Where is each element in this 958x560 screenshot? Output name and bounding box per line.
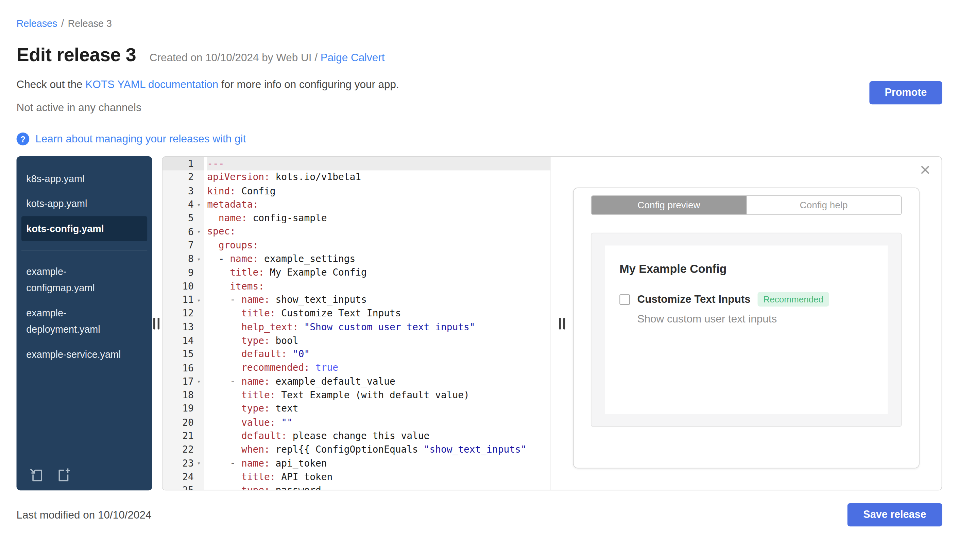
file-item-example-service-yaml[interactable]: example-service.yaml (17, 342, 152, 367)
tab-config-help[interactable]: Config help (746, 196, 901, 214)
editor-gutter: 1234▾56▾78▾91011▾121314151617▾1819202122… (162, 157, 204, 490)
docs-prefix: Check out the (17, 78, 86, 90)
file-item-example-configmap-yaml[interactable]: example-configmap.yaml (17, 259, 152, 301)
code-line-1[interactable]: --- (207, 157, 550, 171)
gutter-line: 23▾ (162, 456, 204, 470)
gutter-line: 8▾ (162, 252, 204, 266)
config-item-help-text: Show custom user text inputs (637, 313, 873, 326)
created-text: Created on 10/10/2024 by Web UI / (149, 51, 320, 63)
gutter-line: 19 (162, 402, 204, 416)
config-group-title: My Example Config (619, 263, 873, 276)
code-line-8[interactable]: - name: example_settings (207, 252, 550, 266)
yaml-code-editor[interactable]: 1234▾56▾78▾91011▾121314151617▾1819202122… (162, 157, 550, 490)
new-file-icon[interactable] (56, 467, 72, 483)
fold-icon[interactable]: ▾ (194, 201, 204, 208)
gutter-line: 14 (162, 334, 204, 348)
code-line-3[interactable]: kind: Config (207, 184, 550, 198)
gutter-line: 13 (162, 320, 204, 334)
tab-config-preview[interactable]: Config preview (592, 196, 747, 214)
code-line-9[interactable]: title: My Example Config (207, 266, 550, 279)
breadcrumb-current: Release 3 (68, 18, 112, 29)
code-line-24[interactable]: title: API token (207, 470, 550, 484)
code-line-17[interactable]: - name: example_default_value (207, 375, 550, 388)
page-title: Edit release 3 (17, 44, 136, 66)
gutter-line: 1 (162, 157, 204, 171)
file-item-kots-config-yaml[interactable]: kots-config.yaml (21, 216, 147, 241)
fold-icon[interactable]: ▾ (194, 378, 204, 385)
promote-button[interactable]: Promote (869, 81, 942, 104)
code-line-20[interactable]: value: "" (207, 416, 550, 429)
code-line-13[interactable]: help_text: "Show custom user text inputs… (207, 320, 550, 334)
gutter-line: 7 (162, 239, 204, 252)
gutter-line: 11▾ (162, 293, 204, 307)
code-line-11[interactable]: - name: show_text_inputs (207, 293, 550, 307)
fold-icon[interactable]: ▾ (194, 297, 204, 304)
code-line-10[interactable]: items: (207, 280, 550, 293)
file-item-example-deployment-yaml[interactable]: example-deployment.yaml (17, 301, 152, 342)
save-release-button[interactable]: Save release (847, 503, 942, 526)
code-line-14[interactable]: type: bool (207, 334, 550, 348)
file-list: k8s-app.yamlkots-app.yamlkots-config.yam… (17, 166, 152, 367)
last-modified-text: Last modified on 10/10/2024 (17, 508, 152, 521)
editor-code: ---apiVersion: kots.io/v1beta1kind: Conf… (204, 157, 550, 490)
code-line-7[interactable]: groups: (207, 239, 550, 252)
docs-line: Check out the KOTS YAML documentation fo… (17, 78, 942, 91)
code-line-2[interactable]: apiVersion: kots.io/v1beta1 (207, 171, 550, 184)
preview-resize-handle[interactable] (559, 318, 565, 329)
gutter-line: 22 (162, 443, 204, 456)
gutter-line: 15 (162, 348, 204, 361)
config-group-card: My Example Config Customize Text Inputs … (605, 245, 888, 414)
gutter-line: 2 (162, 171, 204, 184)
gutter-line: 10 (162, 280, 204, 293)
file-item-kots-app-yaml[interactable]: kots-app.yaml (17, 191, 152, 217)
breadcrumb-separator: / (59, 18, 67, 29)
code-line-19[interactable]: type: text (207, 402, 550, 416)
gutter-line: 6▾ (162, 225, 204, 239)
gutter-line: 16 (162, 361, 204, 375)
author-link[interactable]: Paige Calvert (320, 51, 385, 63)
upload-file-icon[interactable] (29, 467, 44, 483)
file-item-k8s-app-yaml[interactable]: k8s-app.yaml (17, 166, 152, 191)
config-item-row: Customize Text Inputs Recommended (619, 292, 873, 307)
fold-icon[interactable]: ▾ (194, 256, 204, 263)
gutter-line: 9 (162, 266, 204, 279)
code-line-12[interactable]: title: Customize Text Inputs (207, 307, 550, 320)
sidebar-resize-handle[interactable] (153, 318, 159, 329)
code-line-21[interactable]: default: please change this value (207, 429, 550, 443)
docs-suffix: for more info on configuring your app. (218, 78, 399, 90)
code-line-18[interactable]: title: Text Example (with default value) (207, 388, 550, 402)
breadcrumb: Releases / Release 3 (17, 18, 942, 29)
kots-docs-link[interactable]: KOTS YAML documentation (85, 78, 218, 90)
help-question-icon: ? (17, 133, 30, 146)
preview-tabs: Config preview Config help (591, 195, 902, 215)
close-icon[interactable]: × (920, 161, 931, 179)
gutter-line: 17▾ (162, 375, 204, 388)
fold-icon[interactable]: ▾ (194, 228, 204, 235)
code-line-6[interactable]: spec: (207, 225, 550, 239)
git-releases-row: ? Learn about managing your releases wit… (17, 133, 246, 146)
code-line-4[interactable]: metadata: (207, 198, 550, 211)
gutter-line: 21 (162, 429, 204, 443)
code-line-16[interactable]: recommended: true (207, 361, 550, 375)
release-editor-workspace: k8s-app.yamlkots-app.yamlkots-config.yam… (17, 156, 942, 490)
customize-text-inputs-checkbox[interactable] (619, 294, 630, 304)
gutter-line: 25 (162, 484, 204, 490)
config-preview-body: My Example Config Customize Text Inputs … (591, 233, 902, 427)
gutter-line: 5 (162, 211, 204, 225)
code-line-15[interactable]: default: "0" (207, 348, 550, 361)
git-releases-link[interactable]: Learn about managing your releases with … (35, 133, 246, 146)
breadcrumb-releases-link[interactable]: Releases (17, 18, 57, 29)
code-line-22[interactable]: when: repl{{ ConfigOptionEquals "show_te… (207, 443, 550, 456)
config-preview-card: Config preview Config help My Example Co… (573, 188, 920, 468)
file-list-divider (21, 250, 147, 250)
fold-icon[interactable]: ▾ (194, 460, 204, 467)
config-preview-panel: × Config preview Config help My Example … (550, 157, 941, 490)
gutter-line: 4▾ (162, 198, 204, 211)
code-line-5[interactable]: name: config-sample (207, 211, 550, 225)
code-line-25[interactable]: type: password (207, 484, 550, 490)
footer: Last modified on 10/10/2024 Save release (17, 503, 942, 526)
config-item-label: Customize Text Inputs (637, 293, 750, 306)
code-line-23[interactable]: - name: api_token (207, 456, 550, 470)
page: Releases / Release 3 Edit release 3 Crea… (0, 0, 958, 560)
recommended-badge: Recommended (758, 292, 829, 307)
